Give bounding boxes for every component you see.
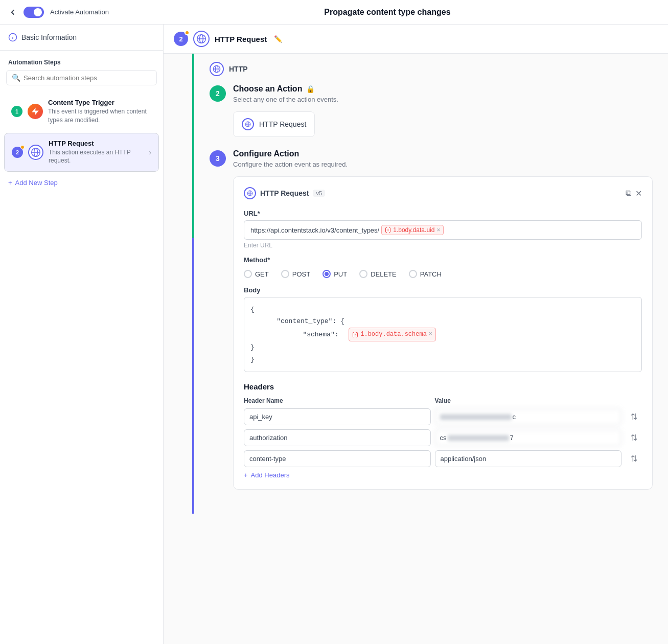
basic-info-label: Basic Information <box>21 33 77 41</box>
body-line-3: "schema": 1.body.data.schema × <box>250 328 635 342</box>
header-2-name[interactable] <box>244 429 431 446</box>
body-field-group: Body { "content_type": { "schema": <box>244 286 642 372</box>
sidebar-item-step-2[interactable]: 2 HTTP Request This action executes an H… <box>4 133 159 172</box>
body-line-5: } <box>250 354 635 365</box>
header-1-value-wrap: c <box>435 408 622 425</box>
method-field-group: Method* GET POST <box>244 256 642 278</box>
activate-label: Activate Automation <box>50 8 109 16</box>
search-box: 🔍 <box>6 70 157 85</box>
configure-action-subtitle: Configure the action event as required. <box>233 160 653 168</box>
header-2-value[interactable] <box>435 429 622 446</box>
header-row-3: ⇅ <box>244 450 642 467</box>
automation-steps-label: Automation Steps <box>0 51 163 70</box>
add-headers-button[interactable]: + Add Headers <box>244 471 289 479</box>
edit-step-button[interactable]: ✏️ <box>274 35 283 43</box>
header-col-value: Value <box>435 397 622 404</box>
vs-badge: v5 <box>313 190 325 197</box>
step-arrow: › <box>149 148 151 156</box>
url-token-close[interactable]: × <box>436 226 440 234</box>
card-globe-icon <box>244 187 256 199</box>
configure-card-title: HTTP Request v5 <box>244 187 325 199</box>
header-1-name[interactable] <box>244 408 431 425</box>
section-configure-action: 3 Configure Action Configure the action … <box>210 149 653 490</box>
activate-toggle[interactable] <box>24 7 44 18</box>
add-headers-label: Add Headers <box>251 471 290 479</box>
method-post[interactable]: POST <box>281 270 310 278</box>
url-token-chip: 1.body.data.uid × <box>381 225 444 235</box>
header-2-value-wrap: cs 7 <box>435 429 622 446</box>
configure-action-title: Configure Action <box>233 149 653 158</box>
back-button[interactable] <box>8 8 17 17</box>
card-actions: ⧉ ✕ <box>626 189 642 198</box>
search-icon: 🔍 <box>12 74 20 82</box>
radio-put-circle <box>323 270 331 278</box>
schema-token-close[interactable]: × <box>429 329 432 340</box>
body-line-4: } <box>250 341 635 353</box>
circle-2: 2 <box>210 85 226 102</box>
url-placeholder: Enter URL <box>244 242 642 249</box>
header-col-name: Header Name <box>244 397 431 404</box>
add-step-button[interactable]: + Add New Step <box>0 173 163 193</box>
header-row-1: c ⇅ <box>244 408 642 425</box>
step-2-text: HTTP Request This action executes an HTT… <box>49 140 144 166</box>
http-globe-icon <box>210 62 224 76</box>
http-chip-label: HTTP <box>229 65 248 73</box>
radio-patch-circle <box>409 270 417 278</box>
header-3-name[interactable] <box>244 450 431 467</box>
card-close-button[interactable]: ✕ <box>635 189 642 198</box>
method-delete[interactable]: DELETE <box>359 270 397 278</box>
configure-card: HTTP Request v5 ⧉ ✕ URL* <box>233 176 653 490</box>
schema-token-chip: 1.body.data.schema × <box>349 328 436 342</box>
step-header: 2 HTTP Request ✏️ <box>164 25 668 54</box>
sidebar-item-step-1[interactable]: 1 Content Type Trigger This event is tri… <box>4 93 159 131</box>
url-field-group: URL* https://api.contentstack.io/v3/cont… <box>244 210 642 249</box>
header-2-action[interactable]: ⇅ <box>626 433 642 443</box>
header-row-2: cs 7 ⇅ <box>244 429 642 446</box>
card-copy-button[interactable]: ⧉ <box>626 189 631 198</box>
add-step-label: Add New Step <box>15 179 58 187</box>
radio-delete-circle <box>359 270 367 278</box>
sidebar: Basic Information Automation Steps 🔍 1 C… <box>0 25 164 644</box>
main-layout: Basic Information Automation Steps 🔍 1 C… <box>0 25 668 644</box>
method-get[interactable]: GET <box>244 270 269 278</box>
step-2-desc: This action executes an HTTP request. <box>49 148 144 166</box>
method-put[interactable]: PUT <box>323 270 347 278</box>
radio-post-label: POST <box>292 270 310 278</box>
url-field[interactable]: https://api.contentstack.io/v3/content_t… <box>244 220 642 240</box>
radio-delete-label: DELETE <box>371 270 397 278</box>
search-input[interactable] <box>24 74 151 82</box>
section-choose-action: 2 Choose an Action 🔒 Select any one of t… <box>210 84 653 137</box>
body-area[interactable]: { "content_type": { "schema": 1.body.dat… <box>244 297 642 372</box>
body-label: Body <box>244 286 642 294</box>
step-num-badge: 2 <box>174 32 188 46</box>
top-header: Activate Automation Propagate content ty… <box>0 0 668 25</box>
url-token-text: 1.body.data.uid <box>393 226 434 234</box>
radio-put-label: PUT <box>334 270 347 278</box>
info-icon <box>8 33 17 42</box>
step-header-icon <box>193 31 210 47</box>
choose-action-title: Choose an Action 🔒 <box>233 84 653 94</box>
header-3-action[interactable]: ⇅ <box>626 454 642 464</box>
card-title-text: HTTP Request <box>260 189 309 197</box>
step-badge-1: 1 <box>11 106 22 117</box>
page-title: Propagate content type changes <box>115 8 660 17</box>
header-1-action[interactable]: ⇅ <box>626 412 642 422</box>
url-label: URL* <box>244 210 642 217</box>
body-line-2: "content_type": { <box>250 315 635 327</box>
header-3-value[interactable] <box>435 450 622 467</box>
right-content: 2 HTTP Request ✏️ <box>164 25 668 644</box>
step-header-title: HTTP Request <box>215 35 267 43</box>
step-1-text: Content Type Trigger This event is trigg… <box>48 99 152 125</box>
header-1-value[interactable] <box>435 408 622 425</box>
step-icon-trigger <box>28 104 43 119</box>
action-option-icon <box>242 118 254 130</box>
method-patch[interactable]: PATCH <box>409 270 442 278</box>
step-badge-2: 2 <box>12 147 23 158</box>
sidebar-basic-info[interactable]: Basic Information <box>0 25 163 51</box>
add-step-plus: + <box>8 179 12 187</box>
method-label: Method* <box>244 256 642 264</box>
lock-icon: 🔒 <box>306 85 315 93</box>
action-option-http[interactable]: HTTP Request <box>233 111 315 137</box>
radio-get-circle <box>244 270 252 278</box>
radio-post-circle <box>281 270 289 278</box>
